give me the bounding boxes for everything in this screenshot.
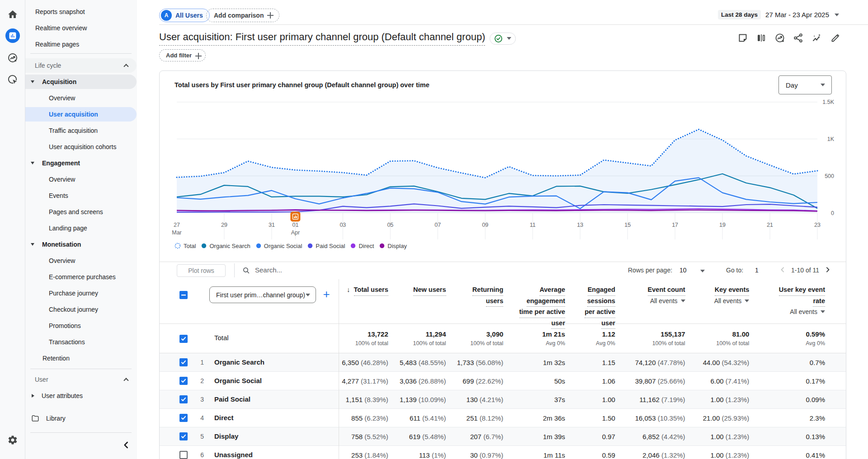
page-title[interactable]: User acquisition: First user primary cha… <box>159 31 485 46</box>
sidebar-item-label: Pages and screens <box>49 208 103 215</box>
table-toolbar: Plot rows Search... Rows per page: 10 Go… <box>160 262 846 279</box>
add-comparison-label: Add comparison <box>214 12 264 19</box>
metric-value: 0.41% <box>749 451 825 459</box>
metric-cell: 758 (5.52%) <box>339 427 388 445</box>
sidebar-item-engagement[interactable]: Engagement <box>25 155 137 171</box>
sidebar-item-purchase-journey[interactable]: Purchase journey <box>25 285 137 301</box>
rows-per-page-select[interactable]: 10 <box>679 267 687 274</box>
sidebar-item-label: Library <box>46 415 66 422</box>
x-axis-label: 05 <box>387 222 393 228</box>
add-filter-button[interactable]: Add filter <box>159 49 206 61</box>
sidebar-item-retention[interactable]: Retention <box>25 350 137 366</box>
settings-gear-icon[interactable] <box>7 435 18 445</box>
sidebar-item-acquisition-overview[interactable]: Overview <box>25 90 137 106</box>
collapse-sidebar-icon[interactable] <box>120 439 132 451</box>
metric-value: 1.00 (1.23%) <box>685 433 750 440</box>
x-axis-label: 15 <box>624 222 631 228</box>
goto-label: Go to: <box>726 267 743 274</box>
plot-rows-button[interactable]: Plot rows <box>177 264 226 277</box>
sparkline-insights-icon[interactable] <box>811 33 822 43</box>
sidebar-item-monetisation-overview[interactable]: Overview <box>25 253 137 269</box>
table-header: First user prim…channel group) + ↓Total … <box>160 279 846 324</box>
metric-value: 4,277 (31.17%) <box>339 377 388 385</box>
row-checkbox[interactable] <box>179 395 188 403</box>
column-header-key-events[interactable]: Key eventsAll events <box>685 279 750 324</box>
metric-cell: 113 (1%) <box>388 446 446 459</box>
column-header-new-users[interactable]: New users <box>388 279 446 324</box>
row-checkbox[interactable] <box>179 358 188 366</box>
sidebar-item-traffic-acquisition[interactable]: Traffic acquisition <box>25 122 137 139</box>
next-page-icon[interactable] <box>823 265 832 274</box>
legend-dot-icon <box>379 243 385 248</box>
sidebar-section-life-cycle[interactable]: Life cycle <box>25 57 137 74</box>
metric-value: 6,350 (46.28%) <box>339 359 388 366</box>
row-checkbox[interactable] <box>179 451 188 459</box>
column-filter[interactable]: All events <box>650 296 685 306</box>
add-dimension-button[interactable]: + <box>321 289 332 300</box>
edit-pencil-icon[interactable] <box>830 33 841 43</box>
sidebar-item-library[interactable]: Library <box>25 410 137 426</box>
sidebar-item-monetisation[interactable]: Monetisation <box>25 236 137 253</box>
column-filter[interactable]: All events <box>714 296 750 306</box>
column-header-total-users[interactable]: ↓Total users <box>339 279 388 324</box>
column-header-user-key-event-rate[interactable]: User key eventrateAll events <box>749 279 825 324</box>
row-checkbox[interactable] <box>179 335 188 343</box>
sidebar-item-events[interactable]: Events <box>25 187 137 204</box>
column-filter[interactable]: All events <box>790 307 825 317</box>
sidebar-item-engagement-overview[interactable]: Overview <box>25 171 137 187</box>
caret-down-icon[interactable] <box>700 270 705 272</box>
sidebar-item-promotions[interactable]: Promotions <box>25 318 137 334</box>
comparison-panels-icon[interactable] <box>756 33 767 43</box>
metric-cell: 1.50 <box>565 409 615 427</box>
metric-cell: 39,807 (25.66%) <box>615 372 685 390</box>
add-comparison-button[interactable]: Add comparison <box>206 9 279 22</box>
row-checkbox[interactable] <box>179 432 188 440</box>
advertising-icon[interactable] <box>7 74 18 85</box>
sidebar-item-realtime-pages[interactable]: Realtime pages <box>25 36 137 52</box>
reports-icon[interactable] <box>5 28 20 43</box>
all-users-segment-chip[interactable]: A All Users <box>159 9 210 22</box>
sidebar-item-transactions[interactable]: Transactions <box>25 334 137 350</box>
sidebar-item-ecommerce-purchases[interactable]: E-commerce purchases <box>25 269 137 285</box>
dimension-select[interactable]: First user prim…channel group) <box>209 286 316 303</box>
granularity-select[interactable]: Day <box>778 75 832 94</box>
column-header-average-engagement-time-per-active-user[interactable]: Averageengagementtime per activeuser <box>503 279 565 324</box>
home-icon[interactable] <box>7 9 18 20</box>
sidebar-section-user[interactable]: User <box>25 371 137 388</box>
date-range-picker[interactable]: Last 28 days 27 Mar - 23 Apr 2025 <box>718 10 839 19</box>
column-header-label: Key events <box>715 285 750 296</box>
row-checkbox[interactable] <box>179 377 188 385</box>
legend-item-total: Total <box>175 243 196 249</box>
sidebar-item-pages-and-screens[interactable]: Pages and screens <box>25 204 137 220</box>
row-checkbox[interactable] <box>179 414 188 422</box>
legend-label: Organic Social <box>264 243 302 249</box>
sidebar-item-checkout-journey[interactable]: Checkout journey <box>25 301 137 318</box>
metric-cell: 21.00 (25.93%) <box>685 409 750 427</box>
previous-page-icon[interactable] <box>778 265 787 274</box>
sidebar-item-user-acquisition[interactable]: User acquisition <box>25 106 137 122</box>
sidebar-item-user-attributes[interactable]: User attributes <box>25 388 137 404</box>
sidebar-item-acquisition[interactable]: Acquisition <box>25 74 137 90</box>
total-value: 81.00 <box>685 330 750 338</box>
notes-icon[interactable] <box>737 33 748 43</box>
sidebar-item-reports-snapshot[interactable]: Reports snapshot <box>25 4 137 20</box>
annotation-marker-icon[interactable] <box>290 212 300 222</box>
sidebar-item-landing-page[interactable]: Landing page <box>25 220 137 236</box>
legend-dot-icon <box>201 243 207 248</box>
explore-icon[interactable] <box>7 52 18 63</box>
goto-page-input[interactable]: 1 <box>755 267 759 274</box>
total-subvalue: 100% of total <box>685 340 750 347</box>
insights-circle-icon[interactable] <box>774 33 785 43</box>
metric-cell: 619 (5.48%) <box>388 427 446 445</box>
column-header-returning-users[interactable]: Returningusers <box>446 279 504 324</box>
metric-value: 253 (1.84%) <box>339 451 388 459</box>
sidebar-item-realtime-overview[interactable]: Realtime overview <box>25 20 137 36</box>
data-quality-badge[interactable] <box>490 33 516 45</box>
column-header-event-count[interactable]: Event countAll events <box>615 279 685 324</box>
column-header-engaged-sessions-per-active-user[interactable]: Engagedsessionsper activeuser <box>565 279 615 324</box>
select-all-checkbox[interactable] <box>179 291 188 299</box>
share-icon[interactable] <box>793 33 804 43</box>
search-input[interactable]: Search... <box>255 266 282 274</box>
sidebar-item-user-acquisition-cohorts[interactable]: User acquisition cohorts <box>25 139 137 155</box>
sidebar-item-label: Promotions <box>49 322 81 329</box>
